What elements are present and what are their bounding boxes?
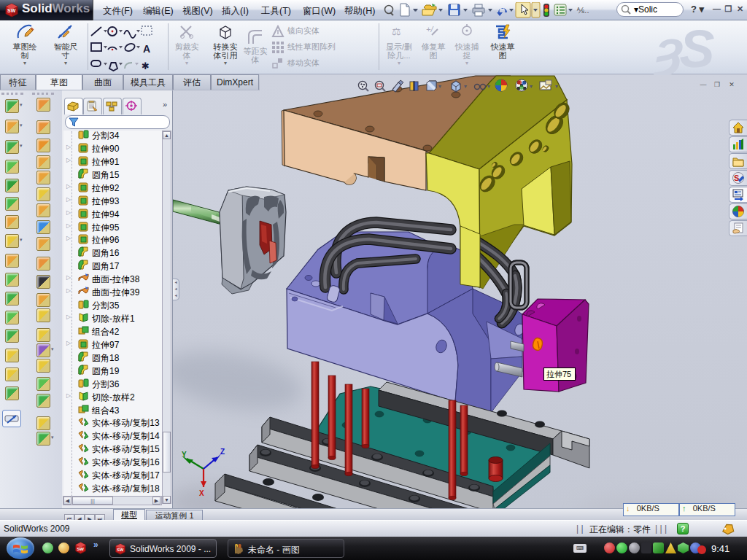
svg-text:⅍..: ⅍.. xyxy=(576,6,589,15)
svg-text:Z: Z xyxy=(220,448,225,456)
svg-text:⚖: ⚖ xyxy=(392,26,401,37)
svg-text:+/: +/ xyxy=(426,25,433,34)
svg-text:X: X xyxy=(199,489,204,497)
svg-text:SW: SW xyxy=(77,547,84,551)
svg-text:A: A xyxy=(143,43,150,55)
svg-text:拉伸75: 拉伸75 xyxy=(546,370,571,378)
svg-text:SW: SW xyxy=(117,548,124,552)
svg-text:SW: SW xyxy=(7,8,16,13)
svg-text:Y: Y xyxy=(182,451,187,459)
svg-text:✱: ✱ xyxy=(142,61,150,71)
svg-text:S: S xyxy=(734,174,739,182)
